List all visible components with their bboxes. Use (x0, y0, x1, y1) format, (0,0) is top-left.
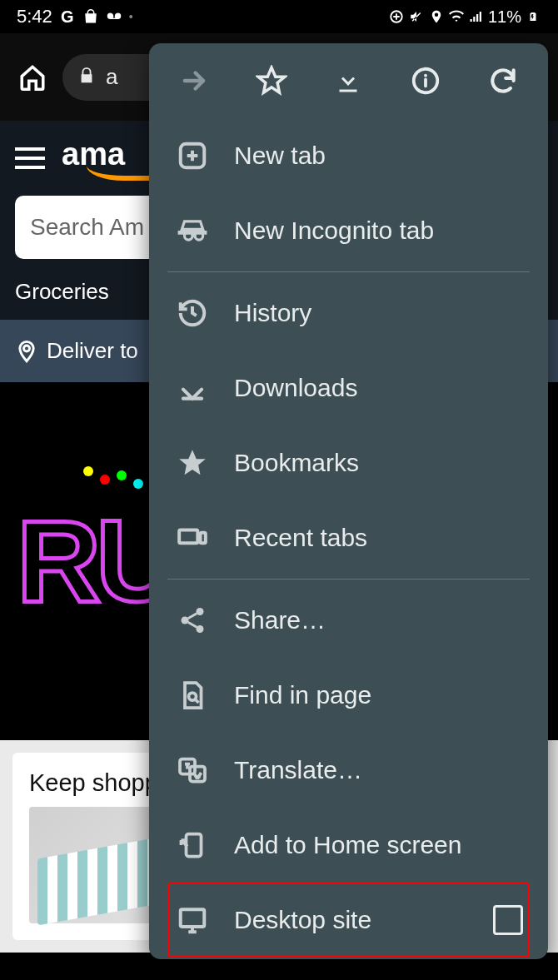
location-icon (428, 8, 445, 25)
incognito-icon (174, 212, 211, 249)
signal-icon (468, 8, 485, 25)
menu-item-share[interactable]: Share… (167, 583, 530, 658)
wifi-icon (448, 8, 465, 25)
mute-icon (408, 8, 425, 25)
menu-item-incognito[interactable]: New Incognito tab (167, 193, 530, 268)
find-in-page-icon (174, 677, 211, 714)
battery-pct: 11% (488, 7, 521, 27)
menu-label: Translate… (234, 756, 523, 784)
bookmark-star-button[interactable] (243, 52, 300, 109)
info-button[interactable] (397, 52, 454, 109)
svg-point-6 (197, 608, 204, 615)
reload-button[interactable] (475, 52, 531, 109)
svg-point-7 (182, 617, 189, 624)
menu-item-new-tab[interactable]: New tab (167, 118, 530, 193)
menu-label: Recent tabs (234, 524, 523, 552)
desktop-site-icon (174, 902, 211, 938)
svg-point-1 (24, 346, 30, 351)
svg-rect-13 (181, 909, 205, 927)
menu-icon-row (149, 43, 548, 118)
svg-rect-5 (201, 533, 206, 544)
menu-label: History (234, 299, 523, 327)
menu-label: Desktop site (234, 906, 470, 934)
share-icon (174, 602, 211, 639)
data-saver-icon (388, 8, 405, 25)
menu-label: Find in page (234, 681, 523, 709)
new-tab-icon (174, 137, 211, 174)
history-icon (174, 295, 211, 331)
bookmarks-icon (174, 445, 211, 481)
add-to-home-icon (174, 827, 211, 863)
downloads-icon (174, 370, 211, 406)
status-time: 5:42 (17, 6, 52, 27)
more-dot-icon: • (129, 10, 133, 23)
menu-item-downloads[interactable]: Downloads (167, 351, 530, 425)
menu-divider (167, 579, 530, 580)
search-placeholder: Search Am (30, 214, 144, 241)
battery-icon (525, 8, 541, 25)
menu-label: New tab (234, 142, 523, 170)
lock-icon (77, 67, 96, 88)
menu-label: Bookmarks (234, 449, 523, 477)
voicemail-icon (106, 8, 122, 25)
url-text: a (106, 64, 117, 90)
menu-label: Downloads (234, 374, 523, 402)
browser-home-button[interactable] (12, 57, 52, 97)
menu-label: Share… (234, 606, 523, 634)
svg-rect-12 (187, 834, 202, 857)
menu-item-find-in-page[interactable]: Find in page (167, 658, 530, 733)
menu-item-recent-tabs[interactable]: Recent tabs (167, 500, 530, 575)
hamburger-icon[interactable] (15, 147, 45, 169)
status-bar: 5:42 G • 11% (0, 0, 558, 33)
google-icon: G (59, 8, 76, 25)
menu-label: Add to Home screen (234, 831, 523, 859)
desktop-site-checkbox[interactable] (493, 905, 523, 935)
shopping-bag-icon (82, 8, 99, 25)
menu-divider (167, 271, 530, 272)
forward-button[interactable] (166, 52, 222, 109)
menu-item-translate[interactable]: Translate… (167, 733, 530, 808)
menu-item-bookmarks[interactable]: Bookmarks (167, 425, 530, 500)
menu-label: New Incognito tab (234, 216, 523, 245)
svg-rect-4 (179, 530, 197, 544)
menu-item-history[interactable]: History (167, 276, 530, 351)
chrome-menu: New tab New Incognito tab History Downlo… (149, 43, 548, 959)
menu-item-add-to-home[interactable]: Add to Home screen (167, 808, 530, 883)
translate-icon (174, 752, 211, 788)
recent-tabs-icon (174, 520, 211, 556)
svg-point-8 (197, 625, 204, 633)
download-button[interactable] (320, 52, 376, 109)
menu-item-desktop-site[interactable]: Desktop site (167, 883, 530, 958)
